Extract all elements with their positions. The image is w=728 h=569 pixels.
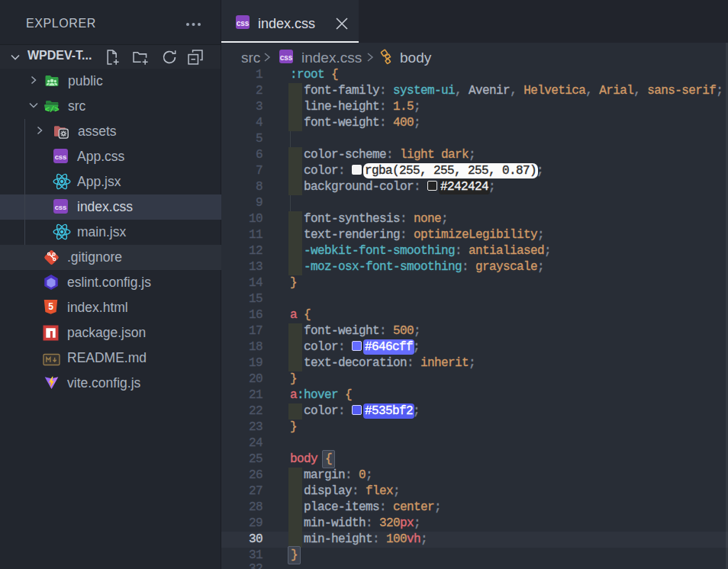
svg-text:css: css [280, 53, 293, 62]
svg-text:5: 5 [48, 301, 53, 312]
svg-text:css: css [55, 203, 67, 211]
svg-text:css: css [55, 153, 67, 161]
svg-text:</>: </> [45, 105, 60, 114]
svg-text:css: css [237, 19, 250, 27]
